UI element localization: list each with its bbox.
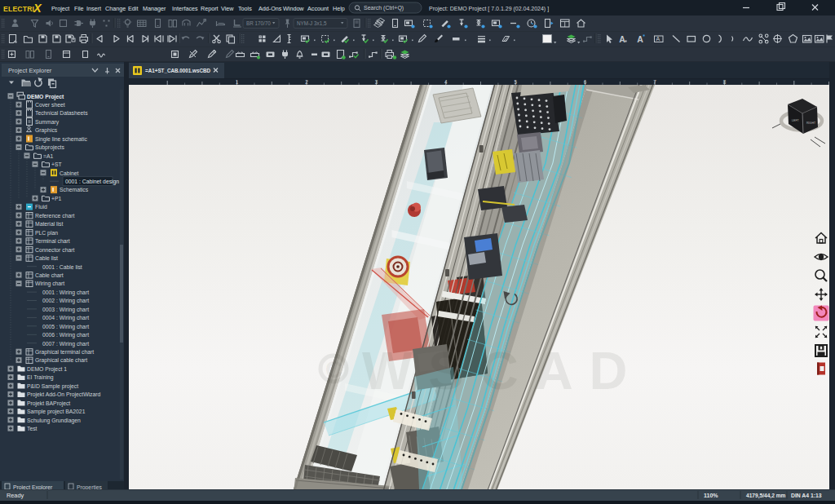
svg-text:0001 : Cabinet design: 0001 : Cabinet design bbox=[65, 179, 119, 185]
svg-text:PLC plan: PLC plan bbox=[35, 230, 58, 237]
svg-text:DEMO Project: DEMO Project bbox=[27, 94, 64, 100]
svg-text:0005 : Wiring chart: 0005 : Wiring chart bbox=[42, 324, 89, 330]
svg-text:C: C bbox=[325, 356, 342, 382]
svg-text:X: X bbox=[33, 2, 42, 15]
svg-text:0006 : Wiring chart: 0006 : Wiring chart bbox=[42, 332, 89, 338]
svg-text:Project Explorer: Project Explorer bbox=[8, 67, 52, 74]
svg-text:Insert: Insert bbox=[86, 5, 101, 12]
svg-text:=A1: =A1 bbox=[43, 153, 54, 159]
svg-text:7: 7 bbox=[653, 79, 656, 85]
svg-text:Graphics: Graphics bbox=[35, 127, 58, 134]
svg-text:0001 : Wiring chart: 0001 : Wiring chart bbox=[42, 290, 89, 296]
svg-text:Projekt Add-On ProjectWizard: Projekt Add-On ProjectWizard bbox=[27, 391, 101, 398]
svg-text:Edit: Edit bbox=[128, 5, 138, 12]
svg-text:A: A bbox=[637, 34, 643, 44]
svg-text:5: 5 bbox=[514, 79, 517, 85]
svg-text:Wiring chart: Wiring chart bbox=[35, 281, 64, 287]
svg-text:Summary: Summary bbox=[35, 119, 60, 126]
svg-text:Schulung Grundlagen: Schulung Grundlagen bbox=[27, 418, 81, 424]
svg-text:Graphical cable chart: Graphical cable chart bbox=[35, 357, 87, 364]
svg-text:Search (Ctrl+Q): Search (Ctrl+Q) bbox=[364, 5, 404, 11]
svg-text:Connector chart: Connector chart bbox=[35, 247, 74, 253]
svg-text:Cover sheet: Cover sheet bbox=[35, 102, 65, 108]
svg-text:Technical Datasheets: Technical Datasheets bbox=[35, 110, 88, 116]
svg-text:NYM-J 3x1,5: NYM-J 3x1,5 bbox=[297, 20, 327, 26]
svg-text:View: View bbox=[221, 5, 234, 12]
svg-text:Help: Help bbox=[333, 5, 345, 12]
svg-text:Cabinet: Cabinet bbox=[60, 170, 79, 176]
svg-text:3: 3 bbox=[375, 79, 378, 85]
svg-text:Schematics: Schematics bbox=[60, 187, 89, 192]
svg-text:Account: Account bbox=[307, 5, 329, 12]
svg-text:4: 4 bbox=[444, 79, 448, 85]
svg-text:A: A bbox=[619, 34, 625, 44]
svg-text:Fluid: Fluid bbox=[35, 204, 47, 210]
svg-text:RIGHT: RIGHT bbox=[806, 122, 816, 125]
svg-text:Reference chart: Reference chart bbox=[35, 213, 74, 219]
svg-text:Tools: Tools bbox=[238, 5, 252, 12]
svg-text:+ST: +ST bbox=[51, 161, 62, 167]
svg-text:Add-Ons: Add-Ons bbox=[258, 5, 282, 12]
svg-text:DIN A4 1:13: DIN A4 1:13 bbox=[791, 493, 822, 498]
svg-text:Material list: Material list bbox=[35, 221, 63, 227]
svg-text:BR 170/70: BR 170/70 bbox=[246, 20, 271, 26]
svg-text:2: 2 bbox=[305, 79, 308, 85]
svg-text:0003 : Wiring chart: 0003 : Wiring chart bbox=[42, 307, 89, 313]
svg-text:P&ID Sample project: P&ID Sample project bbox=[27, 383, 78, 390]
svg-text:Terminal chart: Terminal chart bbox=[35, 238, 70, 244]
svg-text:Subprojects: Subprojects bbox=[35, 144, 64, 151]
svg-text:Single line schematic: Single line schematic bbox=[35, 136, 87, 143]
svg-text:Cable chart: Cable chart bbox=[35, 272, 64, 278]
svg-text:0004 : Wiring chart: 0004 : Wiring chart bbox=[42, 315, 89, 321]
svg-text:Change: Change bbox=[105, 5, 126, 12]
svg-text:Sample project BA2021: Sample project BA2021 bbox=[27, 409, 86, 415]
svg-text:0002 : Wiring chart: 0002 : Wiring chart bbox=[42, 298, 89, 304]
svg-text:Manager: Manager bbox=[143, 5, 166, 12]
svg-text:Cable list: Cable list bbox=[35, 255, 58, 261]
svg-text:Interfaces: Interfaces bbox=[172, 5, 198, 12]
svg-text:Projekt BAProject: Projekt BAProject bbox=[27, 400, 70, 407]
svg-text:1: 1 bbox=[236, 79, 239, 85]
svg-text:=A1+ST_CAB.0001.wsCBD: =A1+ST_CAB.0001.wsCBD bbox=[145, 68, 211, 73]
svg-text:Ready: Ready bbox=[7, 492, 24, 499]
svg-text:4179,5/44,2 mm: 4179,5/44,2 mm bbox=[746, 493, 786, 499]
svg-text:DEMO Project 1: DEMO Project 1 bbox=[27, 366, 67, 373]
svg-text:0007 : Wiring chart: 0007 : Wiring chart bbox=[42, 341, 89, 347]
svg-text:Graphical terminal chart: Graphical terminal chart bbox=[35, 349, 94, 356]
svg-text:Report: Report bbox=[201, 5, 219, 12]
svg-text:A: A bbox=[656, 36, 660, 42]
svg-text:8: 8 bbox=[723, 79, 727, 85]
svg-text:6: 6 bbox=[584, 79, 587, 85]
svg-text:Window: Window bbox=[283, 5, 304, 12]
svg-text:+P1: +P1 bbox=[51, 196, 62, 201]
svg-text:WSCAD: WSCAD bbox=[362, 341, 644, 400]
svg-text:Test: Test bbox=[27, 426, 38, 431]
svg-text:110%: 110% bbox=[704, 493, 718, 498]
svg-text:0001 : Cable list: 0001 : Cable list bbox=[42, 264, 82, 270]
svg-text:EI Training: EI Training bbox=[27, 374, 54, 381]
svg-text:ELECTRI: ELECTRI bbox=[3, 5, 34, 13]
svg-text:Project: Project bbox=[51, 5, 69, 12]
svg-text:LEFT: LEFT bbox=[792, 119, 800, 122]
svg-text:Project: DEMO Project [ 7.0.1: Project: DEMO Project [ 7.0.1.29 (02.04.… bbox=[429, 6, 549, 12]
svg-text:File: File bbox=[74, 5, 84, 12]
